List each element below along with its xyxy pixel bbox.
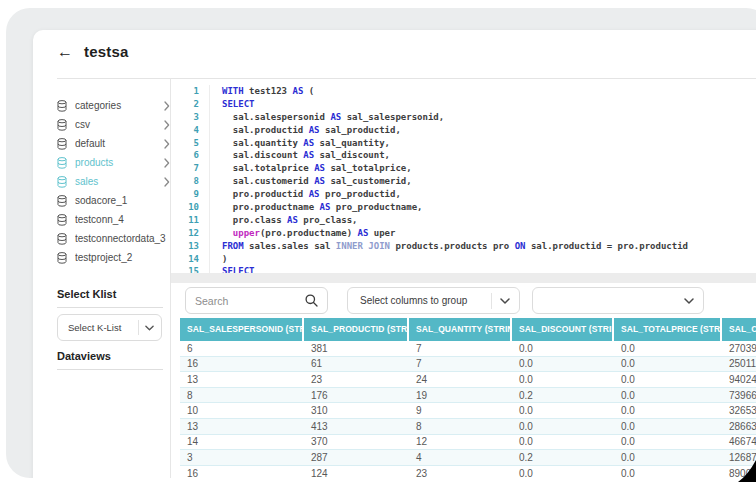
line-number: 7 [171,162,210,175]
sidebar-item-csv[interactable]: csv [57,115,170,134]
table-row[interactable]: 8176190.20.073966 [180,388,756,404]
database-icon [57,138,67,150]
table-header-cell[interactable]: SAL_DISCOUNT (STRING) [512,318,612,341]
search-icon[interactable] [305,294,318,307]
table-cell: 0.2 [512,390,612,401]
code-text: ) [210,253,227,266]
line-number: 8 [171,175,210,188]
klist-dropdown[interactable]: Select K-List [57,314,162,341]
line-number: 5 [171,137,210,150]
back-button[interactable]: ← [57,44,73,60]
table-cell: 32653 [722,405,756,416]
table-row[interactable]: 16124230.00.089009 [180,466,756,478]
sidebar-item-categories[interactable]: categories [57,96,170,115]
sidebar-item-default[interactable]: default [57,134,170,153]
line-number: 13 [171,240,210,253]
code-line: 10 pro.productname AS pro_productname, [171,201,756,214]
table-row[interactable]: 1341380.00.028663 [180,419,756,435]
database-icon [57,157,67,169]
sidebar-item-label: testconn_4 [75,214,170,225]
dataviews-label: Dataviews [57,350,111,362]
sidebar-item-label: testconnectordata_3 [75,233,170,244]
table-cell: 8 [409,421,510,432]
code-text: sal.customerid AS sal_customerid, [210,175,412,188]
sidebar-table-list: categoriescsvdefaultproductssalessodacor… [57,96,170,267]
select-klist-label: Select Klist [57,288,116,300]
table-row[interactable]: 638170.00.027039 [180,341,756,357]
sidebar-item-products[interactable]: products [57,153,170,172]
code-text: sal.totalprice AS sal_totalprice, [210,162,412,175]
line-number: 12 [171,227,210,240]
group-columns-dropdown-value: Select columns to group [360,295,491,306]
sidebar-item-testconn_4[interactable]: testconn_4 [57,210,170,229]
code-line: 6 sal.discount AS sal_discount, [171,149,756,162]
table-cell: 0.0 [614,358,720,369]
table-cell: 16 [180,468,302,478]
table-body: 638170.00.027039166170.00.0250111323240.… [180,341,756,478]
sidebar-item-testconnectordata_3[interactable]: testconnectordata_3 [57,229,170,248]
table-cell: 3 [180,452,302,463]
table-cell: 46674 [722,436,756,447]
sql-code-editor[interactable]: 1WITH test123 AS (2SELECT3 sal.salespers… [171,78,756,273]
table-cell: 4 [409,452,510,463]
database-icon [57,176,67,188]
table-cell: 23 [304,374,407,385]
sidebar-item-label: default [75,138,164,149]
database-icon [57,100,67,112]
section-divider [57,369,163,370]
table-header-cell[interactable]: SAL_QUANTITY (STRING) [409,318,510,341]
code-line: 8 sal.customerid AS sal_customerid, [171,175,756,188]
search-input[interactable] [195,295,305,307]
code-text: pro.productid AS pro_productid, [210,188,401,201]
database-icon [57,214,67,226]
database-icon [57,252,67,264]
table-row[interactable]: 328740.20.012687 [180,450,756,466]
table-header-cell[interactable]: SAL_PRODUCTID (STRING) [304,318,407,341]
main-card: ← testsa categoriescsvdefaultproductssal… [33,30,756,478]
table-cell: 0.0 [512,421,612,432]
table-header-cell[interactable]: SAL_SALESPERSONID (STRING) [180,318,302,341]
sidebar-item-sales[interactable]: sales [57,172,170,191]
chevron-down-icon [145,325,154,331]
code-text: SELECT [210,98,255,111]
table-row[interactable]: 166170.00.025011 [180,357,756,373]
sidebar-item-testproject_2[interactable]: testproject_2 [57,248,170,267]
database-icon [57,233,67,245]
code-line: 7 sal.totalprice AS sal_totalprice, [171,162,756,175]
code-text: sal.discount AS sal_discount, [210,149,390,162]
table-cell: 16 [180,358,302,369]
code-text: WITH test123 AS ( [210,85,314,98]
database-icon [57,119,67,131]
table-header-cell[interactable]: SAL_TOTALPRICE (STRING) [614,318,720,341]
sidebar-item-label: csv [75,119,164,130]
table-cell: 13 [180,374,302,385]
sidebar-item-label: categories [75,100,164,111]
table-cell: 94024 [722,374,756,385]
table-row[interactable]: 1031090.00.032653 [180,403,756,419]
dropdown-separator [491,293,492,309]
table-cell: 12 [409,436,510,447]
table-cell: 24 [409,374,510,385]
table-row[interactable]: 1323240.00.094024 [180,372,756,388]
chevron-down-icon [500,298,510,304]
table-row[interactable]: 14370120.00.046674 [180,435,756,451]
code-line: 13FROM sales.sales sal INNER JOIN produc… [171,240,756,253]
secondary-dropdown[interactable] [532,287,704,314]
group-columns-dropdown[interactable]: Select columns to group [347,287,520,314]
sidebar-item-sodacore_1[interactable]: sodacore_1 [57,191,170,210]
table-cell: 13 [180,421,302,432]
page-title: testsa [84,43,129,60]
table-cell: 6 [180,343,302,354]
table-cell: 381 [304,343,407,354]
code-text: sal.salespersonid AS sal_salespersonid, [210,111,444,124]
code-line: 9 pro.productid AS pro_productid, [171,188,756,201]
code-line: 11 pro.class AS pro_class, [171,214,756,227]
code-line: 4 sal.productid AS sal_productid, [171,124,756,137]
table-cell: 0.0 [614,452,720,463]
line-number: 3 [171,111,210,124]
table-cell: 0.0 [614,468,720,478]
table-cell: 23 [409,468,510,478]
table-cell: 413 [304,421,407,432]
code-line: 5 sal.quantity AS sal_quantity, [171,137,756,150]
table-header-cell[interactable]: SAL_CUSTOMERID (STRING) [722,318,756,341]
